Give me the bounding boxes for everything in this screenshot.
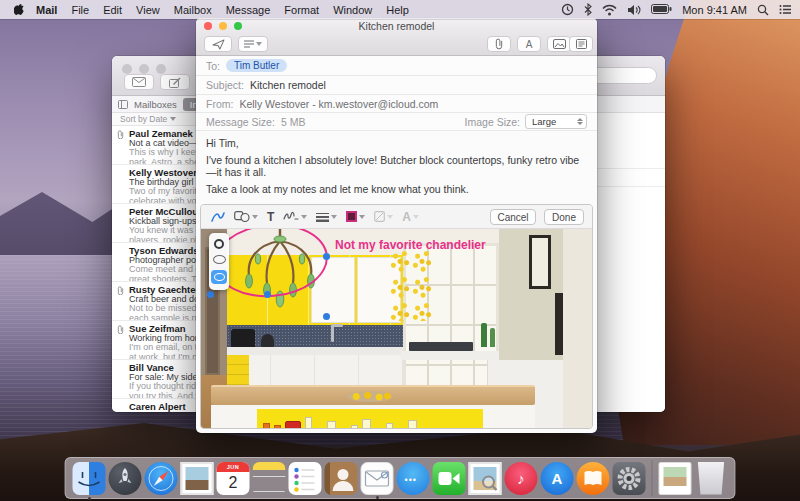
text-tool-icon: T [267,210,274,224]
get-mail-button[interactable] [124,74,154,90]
recipient-token[interactable]: Tim Butler [226,59,287,72]
menu-bar: Mail File Edit View Mailbox Message Form… [0,0,800,19]
photo-flowers [389,251,433,321]
shapes-tool-button[interactable] [234,211,258,222]
minimize-window-button[interactable] [219,22,227,30]
border-color-button[interactable] [346,211,365,222]
annotation-text[interactable]: Not my favorite chandelier [335,238,486,252]
to-label: To: [206,60,220,72]
system-preferences-dock-icon[interactable] [613,462,646,495]
glassware-item [274,425,281,428]
menu-item-help[interactable]: Help [386,4,409,16]
annotation-handle[interactable] [323,313,330,320]
mailboxes-button[interactable]: Mailboxes [134,99,177,110]
sketch-tool-button[interactable] [211,211,225,223]
menu-item-window[interactable]: Window [333,4,372,16]
sign-tool-button[interactable] [283,211,307,222]
photo-browser-button[interactable] [547,36,571,52]
stationery-button[interactable] [569,36,593,52]
document-thumbnail [664,467,687,486]
chevron-down-icon [301,215,307,219]
loupe-option-icon[interactable] [214,239,224,249]
contacts-dock-icon[interactable] [325,462,358,495]
itunes-dock-icon[interactable]: ♪ [505,462,538,495]
photos-dock-icon[interactable] [181,462,214,495]
apple-menu-icon[interactable] [14,3,26,16]
glassware-item [408,420,417,428]
markup-toolbar: T A [201,205,592,229]
launchpad-dock-icon[interactable] [109,462,142,495]
notes-dock-icon[interactable] [253,462,286,495]
finder-dock-icon[interactable] [73,462,106,495]
app-store-dock-icon[interactable]: A [541,462,574,495]
menu-app-name[interactable]: Mail [36,4,57,16]
glassware-item [305,417,312,428]
menu-item-mailbox[interactable]: Mailbox [174,4,212,16]
done-button[interactable]: Done [544,209,584,225]
annotation-handle[interactable] [207,291,214,298]
from-field[interactable]: From: Kelly Westover - km.westover@iclou… [196,95,597,113]
to-field[interactable]: To: Tim Butler [196,56,597,76]
messages-dock-icon[interactable]: ••• [397,462,430,495]
glassware-item [362,419,371,428]
image-size-select[interactable]: Large [525,114,587,129]
text-style-button[interactable]: A [402,210,419,224]
message-body[interactable]: Hi Tim, I've found a kitchen I absolutel… [196,131,597,202]
attach-button[interactable] [487,36,511,52]
notification-center-icon[interactable] [779,4,792,15]
menu-item-file[interactable]: File [71,4,89,16]
subject-field[interactable]: Subject: Kitchen remodel [196,76,597,95]
ibooks-dock-icon[interactable] [577,462,610,495]
time-machine-icon[interactable] [561,3,574,16]
stepper-icon [577,118,583,125]
send-button[interactable] [204,36,232,52]
zoom-window-button[interactable] [156,64,166,74]
photo-picture-frame [555,293,563,355]
menu-item-format[interactable]: Format [284,4,319,16]
battery-icon[interactable] [651,4,672,15]
ellipsis-glyph: ••• [405,475,417,485]
photo-lemon-plate [347,391,393,402]
size-row: Message Size: 5 MB Image Size: Large [196,113,597,131]
wifi-icon[interactable] [602,4,617,16]
oval-outline-option-icon[interactable] [213,255,226,264]
fonts-button[interactable]: A [517,36,541,52]
zoom-window-button[interactable] [234,22,242,30]
paperclip-icon [117,286,124,295]
image-size-value: Large [532,116,556,127]
close-window-button[interactable] [122,64,132,74]
oval-selected-option-icon[interactable] [211,270,227,284]
compose-titlebar[interactable]: Kitchen remodel [196,18,597,33]
header-fields-button[interactable] [238,36,268,52]
reminders-dock-icon[interactable] [289,462,322,495]
menu-item-edit[interactable]: Edit [103,4,122,16]
calendar-dock-icon[interactable]: JUN 2 [217,462,250,495]
trash-dock-icon[interactable] [695,462,728,495]
safari-dock-icon[interactable] [145,462,178,495]
calendar-day: 2 [217,471,250,495]
line-weight-button[interactable] [316,212,337,222]
spotlight-icon[interactable] [757,4,769,16]
annotation-handle[interactable] [264,291,271,298]
menu-item-view[interactable]: View [136,4,160,16]
minimize-window-button[interactable] [139,64,149,74]
text-tool-button[interactable]: T [267,210,274,224]
volume-icon[interactable] [627,4,641,16]
annotation-handle[interactable] [323,253,330,260]
facetime-dock-icon[interactable] [433,462,466,495]
fonts-icon: A [526,39,533,50]
cancel-button[interactable]: Cancel [490,209,536,225]
fill-color-button[interactable] [374,211,393,222]
menu-item-message[interactable]: Message [226,4,271,16]
mail-dock-icon[interactable] [361,462,394,495]
new-message-button[interactable] [160,74,190,90]
contact-body [333,481,354,491]
kitchen-photo[interactable]: Not my favorite chandelier [201,229,592,428]
paperclip-icon [495,38,503,50]
document-dock-icon[interactable] [659,462,692,495]
close-window-button[interactable] [204,22,212,30]
preview-dock-icon[interactable] [469,462,502,495]
bluetooth-icon[interactable] [584,3,592,16]
body-line: I've found a kitchen I absolutely love! … [206,154,587,178]
menu-clock[interactable]: Mon 9:41 AM [682,4,747,16]
